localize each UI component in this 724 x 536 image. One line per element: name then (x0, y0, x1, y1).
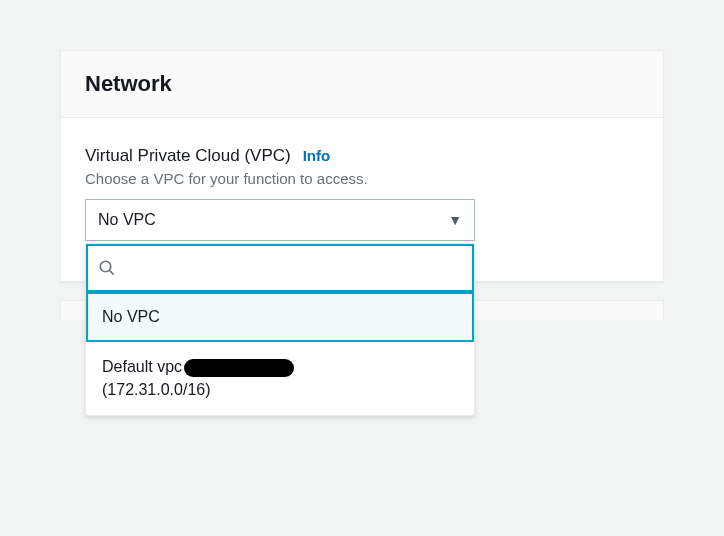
caret-down-icon: ▼ (448, 212, 462, 228)
vpc-option-no-vpc[interactable]: No VPC (86, 292, 474, 342)
panel-header: Network (61, 51, 663, 118)
vpc-option-prefix: Default vpc (102, 358, 182, 375)
vpc-dropdown: No VPC Default vpc (172.31.0.0/16) (85, 243, 475, 416)
vpc-option-default[interactable]: Default vpc (172.31.0.0/16) (86, 342, 474, 415)
vpc-search-input[interactable] (124, 259, 462, 277)
vpc-info-link[interactable]: Info (303, 147, 331, 164)
search-icon (98, 259, 116, 277)
svg-line-1 (110, 271, 114, 275)
network-panel: Network Virtual Private Cloud (VPC) Info… (60, 50, 664, 282)
vpc-search-wrap (86, 244, 474, 292)
vpc-option-cidr: (172.31.0.0/16) (102, 381, 211, 398)
vpc-field-hint: Choose a VPC for your function to access… (85, 170, 639, 187)
vpc-option-label: No VPC (102, 308, 160, 325)
vpc-label-row: Virtual Private Cloud (VPC) Info (85, 146, 639, 166)
svg-point-0 (100, 261, 111, 272)
panel-body: Virtual Private Cloud (VPC) Info Choose … (61, 118, 663, 281)
panel-title: Network (85, 71, 639, 97)
vpc-field-label: Virtual Private Cloud (VPC) (85, 146, 291, 166)
vpc-select: No VPC ▼ No VPC Default vpc (172.31.0.0/… (85, 199, 475, 241)
vpc-select-value: No VPC (98, 211, 156, 229)
vpc-select-trigger[interactable]: No VPC ▼ (85, 199, 475, 241)
redacted-block (184, 359, 294, 377)
